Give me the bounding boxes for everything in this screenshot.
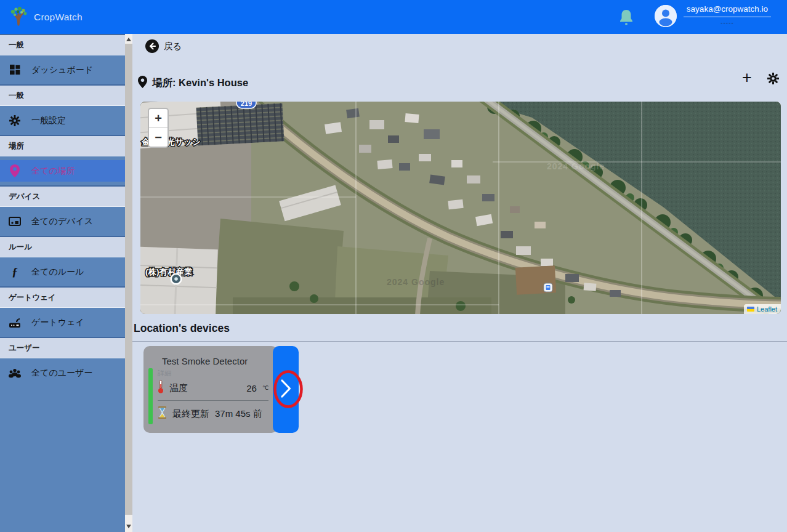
device-details-label: 詳細 — [158, 369, 171, 378]
satellite-map[interactable]: 2024 Google 2024 Google 219 金立精光サッシ (株)有… — [140, 102, 781, 314]
scrollbar-thumb[interactable] — [125, 44, 132, 515]
devices-divider — [132, 341, 787, 342]
map-watermark-2: 2024 Google — [547, 161, 605, 171]
cropwatch-logo-icon — [9, 6, 28, 28]
sidebar-item-general-settings[interactable]: 一般設定 — [0, 106, 125, 135]
account-menu[interactable]: sayaka@cropwatch.io ----- — [684, 4, 771, 26]
app-title: CropWatch — [34, 12, 83, 23]
sidebar: 一般 ダッシュボード 一般 一般設定 場所 — [0, 34, 125, 532]
location-title-row: 場所: Kevin's House — [138, 76, 248, 91]
zoom-out-button[interactable]: − — [149, 128, 167, 147]
svg-text:219: 219 — [241, 102, 252, 107]
sidebar-section-gateways: ゲートウェイ — [0, 286, 125, 308]
back-arrow-icon — [145, 39, 159, 53]
ukraine-flag-icon — [747, 307, 754, 312]
top-bar: CropWatch sayaka@cropwatch.io ----- — [0, 0, 787, 34]
thermometer-icon — [158, 380, 164, 396]
user-email: sayaka@cropwatch.io — [684, 4, 771, 17]
function-icon: ƒ — [9, 266, 21, 278]
chevron-right-icon — [280, 379, 292, 401]
dashboard-icon — [9, 64, 21, 76]
avatar[interactable] — [655, 5, 677, 27]
sidebar-section-general-2: 一般 — [0, 84, 125, 106]
devices-icon — [9, 216, 21, 228]
map-zoom-control: + − — [148, 108, 169, 148]
sidebar-section-rules: ルール — [0, 236, 125, 257]
scroll-down-arrow-icon[interactable] — [126, 525, 131, 528]
sidebar-section-devices: デバイス — [0, 185, 125, 207]
user-subtitle: ----- — [684, 19, 771, 26]
map-attribution: Leaflet — [744, 304, 781, 314]
device-card: Test Smoke Detector 詳細 温度 26℃ — [143, 346, 299, 433]
sidebar-section-general-1: 一般 — [0, 34, 125, 55]
sidebar-item-dashboard[interactable]: ダッシュボード — [0, 55, 125, 84]
page-title: 場所: Kevin's House — [152, 76, 248, 90]
map-pin-icon — [138, 76, 147, 91]
map-label-factory-south: (株)有村産業 — [145, 267, 193, 276]
zoom-in-button[interactable]: + — [149, 109, 167, 127]
map-watermark: 2024 Google — [387, 277, 445, 287]
location-pin-icon — [9, 165, 21, 177]
sidebar-item-gateway[interactable]: ゲートウェイ — [0, 308, 125, 337]
sidebar-item-all-rules[interactable]: ƒ 全てのルール — [0, 257, 125, 286]
notification-bell-icon[interactable] — [618, 9, 634, 26]
device-last-update-row: 最終更新 37m 45s 前 — [158, 406, 268, 421]
app-brand: CropWatch — [9, 6, 83, 28]
sidebar-item-all-devices[interactable]: 全てのデバイス — [0, 207, 125, 236]
device-status-bar — [148, 368, 153, 424]
gateway-icon — [9, 316, 21, 329]
gear-icon — [9, 115, 21, 127]
bus-stop-icon — [544, 283, 552, 292]
add-location-button[interactable]: + — [742, 70, 752, 86]
leaflet-link[interactable]: Leaflet — [757, 305, 777, 313]
location-settings-gear-icon[interactable] — [767, 73, 779, 87]
scroll-up-arrow-icon[interactable] — [126, 38, 131, 41]
hourglass-icon — [158, 406, 167, 421]
sidebar-scrollbar[interactable] — [125, 34, 132, 532]
back-button[interactable]: 戻る — [145, 39, 182, 53]
sidebar-section-users: ユーザー — [0, 337, 125, 358]
devices-heading: Location's devices — [134, 322, 230, 335]
device-open-button[interactable] — [273, 346, 299, 433]
device-card-body: Test Smoke Detector 詳細 温度 26℃ — [143, 346, 278, 433]
row-divider — [158, 400, 268, 401]
device-title: Test Smoke Detector — [162, 356, 248, 366]
device-temperature-row: 温度 26℃ — [158, 380, 268, 396]
sidebar-item-all-users[interactable]: 全てのユーザー — [0, 358, 125, 387]
sidebar-section-locations: 場所 — [0, 135, 125, 156]
satellite-map-image: 2024 Google 2024 Google 219 金立精光サッシ (株)有… — [140, 102, 781, 314]
sidebar-item-all-locations[interactable]: 全ての場所 — [0, 156, 125, 185]
main-content: 戻る 場所: Kevin's House + — [132, 34, 787, 532]
route-219-badge: 219 — [236, 102, 256, 108]
map-poi-marker[interactable] — [171, 273, 182, 285]
users-icon — [9, 367, 21, 379]
